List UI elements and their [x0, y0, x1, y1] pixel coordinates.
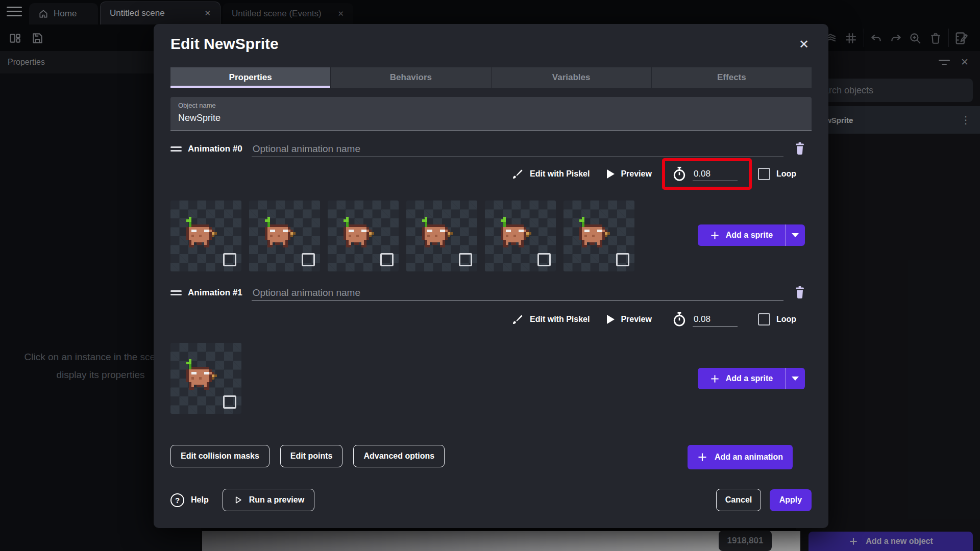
tab-variables[interactable]: Variables	[492, 67, 652, 88]
sprite-thumbnail-image	[262, 217, 296, 247]
trash-icon	[794, 141, 806, 155]
sprite-thumbnail-image	[420, 217, 453, 247]
add-sprite-button[interactable]: Add a sprite	[698, 224, 805, 246]
run-preview-button[interactable]: Run a preview	[223, 489, 314, 511]
animation-label: Animation #1	[188, 288, 242, 298]
plus-icon	[710, 231, 720, 240]
sprite-frame-tile[interactable]	[328, 201, 399, 271]
animation-1-controls: Edit with Piskel Preview Loop	[170, 308, 796, 331]
object-name-field[interactable]: Object name NewSprite	[170, 97, 812, 131]
edit-collision-masks-button[interactable]: Edit collision masks	[170, 445, 270, 467]
time-between-frames-input[interactable]	[693, 167, 738, 181]
animation-1-frames	[170, 343, 241, 414]
loop-toggle[interactable]: Loop	[758, 313, 796, 325]
play-outline-icon	[233, 495, 243, 505]
run-preview-label: Run a preview	[249, 495, 304, 505]
delete-animation-button[interactable]	[793, 141, 807, 157]
frame-select-checkbox[interactable]	[537, 253, 551, 266]
play-icon	[607, 169, 615, 179]
add-sprite-dropdown[interactable]	[786, 368, 805, 389]
add-sprite-label: Add a sprite	[726, 374, 773, 383]
dialog-title: Edit NewSprite	[170, 35, 279, 53]
play-icon	[607, 315, 615, 324]
loop-checkbox[interactable]	[758, 313, 770, 325]
edit-sprite-dialog: Edit NewSprite ✕ Properties Behaviors Va…	[154, 24, 828, 528]
preview-button[interactable]: Preview	[607, 169, 651, 179]
frame-select-checkbox[interactable]	[302, 253, 315, 266]
drag-handle-icon[interactable]	[170, 288, 182, 297]
dialog-secondary-actions: Edit collision masks Edit points Advance…	[170, 445, 812, 467]
dialog-close-icon[interactable]: ✕	[799, 37, 809, 52]
edit-with-piskel-button[interactable]: Edit with Piskel	[511, 313, 590, 325]
sprite-thumbnail-image	[184, 359, 217, 390]
edit-points-button[interactable]: Edit points	[280, 445, 343, 467]
sprite-thumbnail-image	[577, 217, 610, 247]
add-animation-button[interactable]: Add an animation	[688, 445, 793, 469]
time-between-frames-group	[669, 166, 741, 182]
chevron-down-icon	[792, 233, 799, 237]
frame-select-checkbox[interactable]	[459, 253, 472, 266]
help-icon: ?	[170, 493, 184, 507]
stopwatch-icon	[672, 312, 687, 327]
frame-select-checkbox[interactable]	[223, 253, 236, 266]
sprite-frame-tile[interactable]	[564, 201, 634, 271]
tab-properties[interactable]: Properties	[170, 67, 331, 88]
sprite-thumbnail-image	[341, 217, 374, 247]
animation-name-input[interactable]	[252, 141, 783, 157]
add-sprite-label: Add a sprite	[726, 231, 773, 240]
preview-button[interactable]: Preview	[607, 315, 651, 324]
object-name-field-value: NewSprite	[178, 113, 804, 123]
loop-checkbox[interactable]	[758, 168, 770, 180]
frame-select-checkbox[interactable]	[616, 253, 629, 266]
sprite-frame-tile[interactable]	[406, 201, 477, 271]
preview-label: Preview	[621, 169, 651, 179]
dialog-tab-bar: Properties Behaviors Variables Effects	[170, 67, 812, 88]
brush-icon	[511, 168, 524, 180]
advanced-options-button[interactable]: Advanced options	[353, 445, 445, 467]
sprite-frame-tile[interactable]	[170, 343, 241, 414]
loop-toggle[interactable]: Loop	[758, 168, 796, 180]
stopwatch-icon	[672, 166, 687, 182]
animation-0-controls: Edit with Piskel Preview Loop	[170, 163, 796, 185]
cancel-button[interactable]: Cancel	[716, 489, 761, 511]
animation-name-input[interactable]	[252, 285, 783, 301]
animation-0-header: Animation #0	[170, 140, 807, 158]
help-label: Help	[191, 495, 209, 505]
trash-icon	[794, 285, 806, 299]
loop-label: Loop	[776, 315, 796, 324]
loop-label: Loop	[776, 169, 796, 179]
sprite-frame-tile[interactable]	[249, 201, 320, 271]
sprite-thumbnail-image	[184, 217, 217, 247]
tab-effects[interactable]: Effects	[652, 67, 812, 88]
dialog-footer: ? Help Run a preview Cancel Apply	[170, 489, 812, 511]
edit-with-piskel-button[interactable]: Edit with Piskel	[511, 168, 590, 180]
drag-handle-icon[interactable]	[170, 144, 182, 154]
tab-behaviors[interactable]: Behaviors	[331, 67, 491, 88]
frame-select-checkbox[interactable]	[223, 395, 236, 409]
frame-select-checkbox[interactable]	[380, 253, 394, 266]
brush-icon	[511, 313, 524, 325]
edit-with-piskel-label: Edit with Piskel	[530, 169, 590, 179]
animation-0-frames	[170, 201, 634, 271]
add-sprite-button[interactable]: Add a sprite	[698, 368, 805, 389]
sprite-frame-tile[interactable]	[170, 201, 241, 271]
apply-button[interactable]: Apply	[770, 489, 812, 511]
sprite-thumbnail-image	[498, 217, 531, 247]
add-sprite-dropdown[interactable]	[786, 224, 805, 246]
object-name-field-label: Object name	[178, 102, 804, 109]
time-between-frames-input[interactable]	[693, 313, 738, 327]
delete-animation-button[interactable]	[793, 285, 807, 300]
chevron-down-icon	[792, 377, 799, 381]
plus-icon	[697, 452, 707, 462]
edit-with-piskel-label: Edit with Piskel	[530, 315, 590, 324]
help-button[interactable]: ? Help	[170, 493, 209, 507]
animation-label: Animation #0	[188, 144, 242, 154]
add-animation-label: Add an animation	[715, 453, 783, 462]
animation-1-header: Animation #1	[170, 284, 807, 302]
preview-label: Preview	[621, 315, 651, 324]
time-between-frames-group	[669, 312, 741, 327]
sprite-frame-tile[interactable]	[485, 201, 556, 271]
plus-icon	[710, 374, 720, 384]
